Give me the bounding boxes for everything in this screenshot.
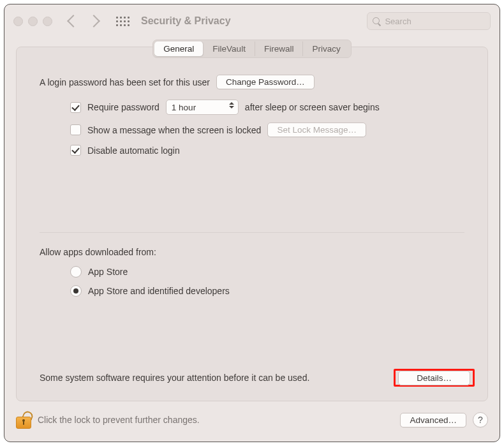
tab-general[interactable]: General	[154, 41, 204, 56]
allow-apps-appstore-radio[interactable]	[70, 266, 82, 278]
tab-privacy[interactable]: Privacy	[303, 41, 349, 56]
details-highlight: Details…	[394, 369, 475, 387]
lock-hint-text: Click the lock to prevent further change…	[38, 415, 200, 425]
tab-filevault[interactable]: FileVault	[204, 41, 255, 56]
require-password-delay-value: 1 hour	[172, 103, 196, 112]
advanced-button[interactable]: Advanced…	[400, 413, 466, 427]
tab-privacy-label: Privacy	[312, 44, 340, 54]
attention-row: Some system software requires your atten…	[40, 369, 475, 387]
show-lock-message-label: Show a message when the screen is locked	[87, 125, 261, 135]
main-panel: General FileVault Firewall Privacy A log…	[16, 47, 488, 401]
disable-auto-login-label: Disable automatic login	[87, 145, 180, 156]
toolbar: Security & Privacy	[4, 4, 500, 38]
preferences-window: Security & Privacy General FileVault Fir…	[4, 4, 500, 442]
tab-firewall-label: Firewall	[264, 44, 294, 54]
help-button[interactable]: ?	[473, 412, 488, 427]
nav-buttons	[69, 17, 98, 26]
details-button[interactable]: Details…	[398, 371, 470, 385]
window-title: Security & Privacy	[141, 15, 231, 27]
allow-apps-appstore-label: App Store	[88, 267, 128, 277]
minimize-window-button[interactable]	[28, 17, 38, 26]
window-controls	[13, 17, 52, 26]
attention-text: Some system software requires your atten…	[40, 373, 309, 383]
zoom-window-button[interactable]	[43, 17, 52, 26]
change-password-button[interactable]: Change Password…	[216, 75, 315, 89]
forward-button[interactable]	[87, 15, 100, 27]
set-lock-message-button: Set Lock Message…	[267, 123, 366, 137]
tab-filevault-label: FileVault	[212, 44, 246, 54]
close-window-button[interactable]	[13, 17, 23, 26]
search-icon	[373, 17, 380, 26]
search-field[interactable]	[367, 12, 491, 30]
require-password-label-before: Require password	[87, 102, 159, 112]
stepper-icon	[229, 102, 234, 108]
general-content: A login password has been set for this u…	[17, 58, 487, 297]
back-button[interactable]	[67, 15, 80, 27]
tab-firewall[interactable]: Firewall	[255, 41, 304, 56]
section-divider	[40, 232, 464, 233]
lock-icon[interactable]	[16, 411, 30, 429]
allow-apps-identified-radio[interactable]	[70, 285, 82, 297]
disable-auto-login-checkbox[interactable]	[70, 145, 81, 156]
allow-apps-identified-label: App Store and identified developers	[88, 286, 230, 296]
tab-bar: General FileVault Firewall Privacy	[152, 40, 351, 58]
tab-general-label: General	[163, 44, 194, 54]
allow-apps-heading: Allow apps downloaded from:	[40, 247, 464, 257]
require-password-label-after: after sleep or screen saver begins	[245, 102, 380, 112]
show-lock-message-checkbox[interactable]	[70, 124, 81, 135]
footer: Click the lock to prevent further change…	[16, 406, 488, 434]
require-password-delay-select[interactable]: 1 hour	[166, 100, 239, 115]
login-password-status: A login password has been set for this u…	[40, 77, 210, 87]
show-all-prefs-button[interactable]	[116, 17, 130, 26]
require-password-checkbox[interactable]	[70, 102, 81, 113]
search-input[interactable]	[383, 16, 485, 27]
